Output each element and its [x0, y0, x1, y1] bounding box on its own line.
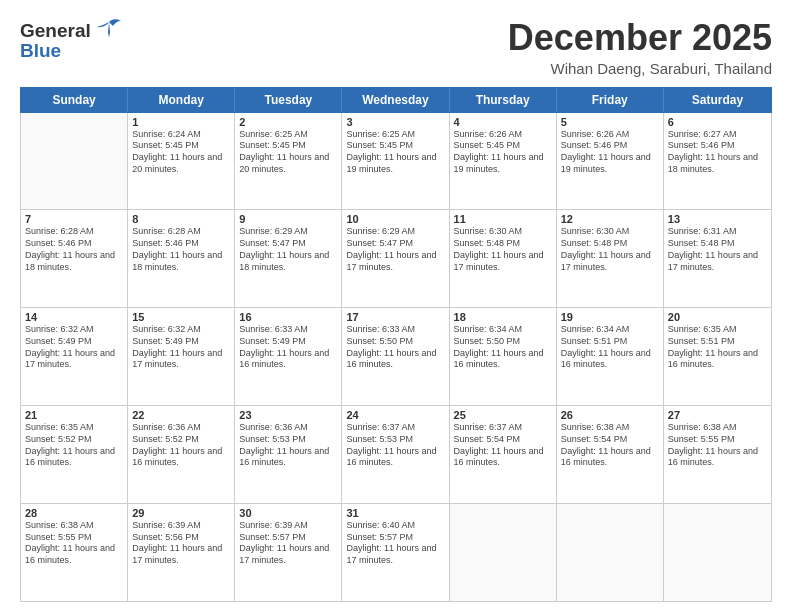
day-number: 30 [239, 507, 337, 519]
logo-general-text: General [20, 20, 91, 42]
cell-info: Sunrise: 6:28 AM Sunset: 5:46 PM Dayligh… [132, 226, 230, 273]
calendar-body: 1Sunrise: 6:24 AM Sunset: 5:45 PM Daylig… [20, 113, 772, 602]
cal-cell-10: 10Sunrise: 6:29 AM Sunset: 5:47 PM Dayli… [342, 210, 449, 307]
cell-info: Sunrise: 6:26 AM Sunset: 5:46 PM Dayligh… [561, 129, 659, 176]
cell-info: Sunrise: 6:36 AM Sunset: 5:53 PM Dayligh… [239, 422, 337, 469]
cell-info: Sunrise: 6:25 AM Sunset: 5:45 PM Dayligh… [239, 129, 337, 176]
cal-cell-empty-4-5 [557, 504, 664, 601]
cal-cell-29: 29Sunrise: 6:39 AM Sunset: 5:56 PM Dayli… [128, 504, 235, 601]
cell-info: Sunrise: 6:24 AM Sunset: 5:45 PM Dayligh… [132, 129, 230, 176]
logo-blue-text: Blue [20, 40, 61, 62]
cal-cell-21: 21Sunrise: 6:35 AM Sunset: 5:52 PM Dayli… [21, 406, 128, 503]
cal-cell-15: 15Sunrise: 6:32 AM Sunset: 5:49 PM Dayli… [128, 308, 235, 405]
day-number: 10 [346, 213, 444, 225]
cal-cell-30: 30Sunrise: 6:39 AM Sunset: 5:57 PM Dayli… [235, 504, 342, 601]
page: General Blue December 2025 Wihan D [0, 0, 792, 612]
cal-cell-1: 1Sunrise: 6:24 AM Sunset: 5:45 PM Daylig… [128, 113, 235, 210]
location: Wihan Daeng, Saraburi, Thailand [508, 60, 772, 77]
day-number: 25 [454, 409, 552, 421]
day-header-thursday: Thursday [450, 88, 557, 112]
cal-cell-12: 12Sunrise: 6:30 AM Sunset: 5:48 PM Dayli… [557, 210, 664, 307]
cal-cell-empty-4-4 [450, 504, 557, 601]
day-number: 20 [668, 311, 767, 323]
cal-cell-25: 25Sunrise: 6:37 AM Sunset: 5:54 PM Dayli… [450, 406, 557, 503]
cell-info: Sunrise: 6:39 AM Sunset: 5:56 PM Dayligh… [132, 520, 230, 567]
cell-info: Sunrise: 6:30 AM Sunset: 5:48 PM Dayligh… [454, 226, 552, 273]
day-number: 12 [561, 213, 659, 225]
week-row-5: 28Sunrise: 6:38 AM Sunset: 5:55 PM Dayli… [21, 504, 771, 601]
cell-info: Sunrise: 6:27 AM Sunset: 5:46 PM Dayligh… [668, 129, 767, 176]
cell-info: Sunrise: 6:32 AM Sunset: 5:49 PM Dayligh… [25, 324, 123, 371]
cal-cell-4: 4Sunrise: 6:26 AM Sunset: 5:45 PM Daylig… [450, 113, 557, 210]
day-number: 6 [668, 116, 767, 128]
cal-cell-26: 26Sunrise: 6:38 AM Sunset: 5:54 PM Dayli… [557, 406, 664, 503]
logo: General Blue [20, 18, 123, 62]
cell-info: Sunrise: 6:35 AM Sunset: 5:52 PM Dayligh… [25, 422, 123, 469]
day-number: 19 [561, 311, 659, 323]
cell-info: Sunrise: 6:34 AM Sunset: 5:51 PM Dayligh… [561, 324, 659, 371]
day-number: 11 [454, 213, 552, 225]
cell-info: Sunrise: 6:33 AM Sunset: 5:50 PM Dayligh… [346, 324, 444, 371]
cell-info: Sunrise: 6:29 AM Sunset: 5:47 PM Dayligh… [346, 226, 444, 273]
calendar: SundayMondayTuesdayWednesdayThursdayFrid… [20, 87, 772, 602]
day-number: 13 [668, 213, 767, 225]
cell-info: Sunrise: 6:38 AM Sunset: 5:55 PM Dayligh… [668, 422, 767, 469]
cal-cell-14: 14Sunrise: 6:32 AM Sunset: 5:49 PM Dayli… [21, 308, 128, 405]
cell-info: Sunrise: 6:35 AM Sunset: 5:51 PM Dayligh… [668, 324, 767, 371]
cal-cell-11: 11Sunrise: 6:30 AM Sunset: 5:48 PM Dayli… [450, 210, 557, 307]
cell-info: Sunrise: 6:37 AM Sunset: 5:53 PM Dayligh… [346, 422, 444, 469]
cell-info: Sunrise: 6:25 AM Sunset: 5:45 PM Dayligh… [346, 129, 444, 176]
cell-info: Sunrise: 6:30 AM Sunset: 5:48 PM Dayligh… [561, 226, 659, 273]
day-number: 18 [454, 311, 552, 323]
cell-info: Sunrise: 6:38 AM Sunset: 5:54 PM Dayligh… [561, 422, 659, 469]
logo-bird-icon [95, 18, 123, 44]
cal-cell-16: 16Sunrise: 6:33 AM Sunset: 5:49 PM Dayli… [235, 308, 342, 405]
cell-info: Sunrise: 6:37 AM Sunset: 5:54 PM Dayligh… [454, 422, 552, 469]
cell-info: Sunrise: 6:39 AM Sunset: 5:57 PM Dayligh… [239, 520, 337, 567]
day-number: 14 [25, 311, 123, 323]
day-number: 2 [239, 116, 337, 128]
cal-cell-22: 22Sunrise: 6:36 AM Sunset: 5:52 PM Dayli… [128, 406, 235, 503]
cal-cell-27: 27Sunrise: 6:38 AM Sunset: 5:55 PM Dayli… [664, 406, 771, 503]
cal-cell-6: 6Sunrise: 6:27 AM Sunset: 5:46 PM Daylig… [664, 113, 771, 210]
cell-info: Sunrise: 6:29 AM Sunset: 5:47 PM Dayligh… [239, 226, 337, 273]
day-header-monday: Monday [128, 88, 235, 112]
day-number: 27 [668, 409, 767, 421]
day-number: 5 [561, 116, 659, 128]
day-number: 24 [346, 409, 444, 421]
week-row-3: 14Sunrise: 6:32 AM Sunset: 5:49 PM Dayli… [21, 308, 771, 406]
day-number: 26 [561, 409, 659, 421]
cal-cell-3: 3Sunrise: 6:25 AM Sunset: 5:45 PM Daylig… [342, 113, 449, 210]
cal-cell-28: 28Sunrise: 6:38 AM Sunset: 5:55 PM Dayli… [21, 504, 128, 601]
cell-info: Sunrise: 6:40 AM Sunset: 5:57 PM Dayligh… [346, 520, 444, 567]
week-row-1: 1Sunrise: 6:24 AM Sunset: 5:45 PM Daylig… [21, 113, 771, 211]
day-number: 7 [25, 213, 123, 225]
cal-cell-31: 31Sunrise: 6:40 AM Sunset: 5:57 PM Dayli… [342, 504, 449, 601]
cell-info: Sunrise: 6:26 AM Sunset: 5:45 PM Dayligh… [454, 129, 552, 176]
day-number: 8 [132, 213, 230, 225]
day-number: 17 [346, 311, 444, 323]
day-number: 28 [25, 507, 123, 519]
day-number: 3 [346, 116, 444, 128]
cal-cell-8: 8Sunrise: 6:28 AM Sunset: 5:46 PM Daylig… [128, 210, 235, 307]
cal-cell-20: 20Sunrise: 6:35 AM Sunset: 5:51 PM Dayli… [664, 308, 771, 405]
calendar-header: SundayMondayTuesdayWednesdayThursdayFrid… [20, 87, 772, 113]
week-row-4: 21Sunrise: 6:35 AM Sunset: 5:52 PM Dayli… [21, 406, 771, 504]
day-number: 29 [132, 507, 230, 519]
cal-cell-18: 18Sunrise: 6:34 AM Sunset: 5:50 PM Dayli… [450, 308, 557, 405]
day-number: 9 [239, 213, 337, 225]
title-section: December 2025 Wihan Daeng, Saraburi, Tha… [508, 18, 772, 77]
header: General Blue December 2025 Wihan D [20, 18, 772, 77]
day-header-saturday: Saturday [664, 88, 771, 112]
cal-cell-7: 7Sunrise: 6:28 AM Sunset: 5:46 PM Daylig… [21, 210, 128, 307]
day-header-tuesday: Tuesday [235, 88, 342, 112]
cal-cell-empty-0-0 [21, 113, 128, 210]
day-header-sunday: Sunday [21, 88, 128, 112]
cal-cell-empty-4-6 [664, 504, 771, 601]
cell-info: Sunrise: 6:32 AM Sunset: 5:49 PM Dayligh… [132, 324, 230, 371]
cell-info: Sunrise: 6:28 AM Sunset: 5:46 PM Dayligh… [25, 226, 123, 273]
day-number: 16 [239, 311, 337, 323]
cal-cell-17: 17Sunrise: 6:33 AM Sunset: 5:50 PM Dayli… [342, 308, 449, 405]
cal-cell-13: 13Sunrise: 6:31 AM Sunset: 5:48 PM Dayli… [664, 210, 771, 307]
week-row-2: 7Sunrise: 6:28 AM Sunset: 5:46 PM Daylig… [21, 210, 771, 308]
